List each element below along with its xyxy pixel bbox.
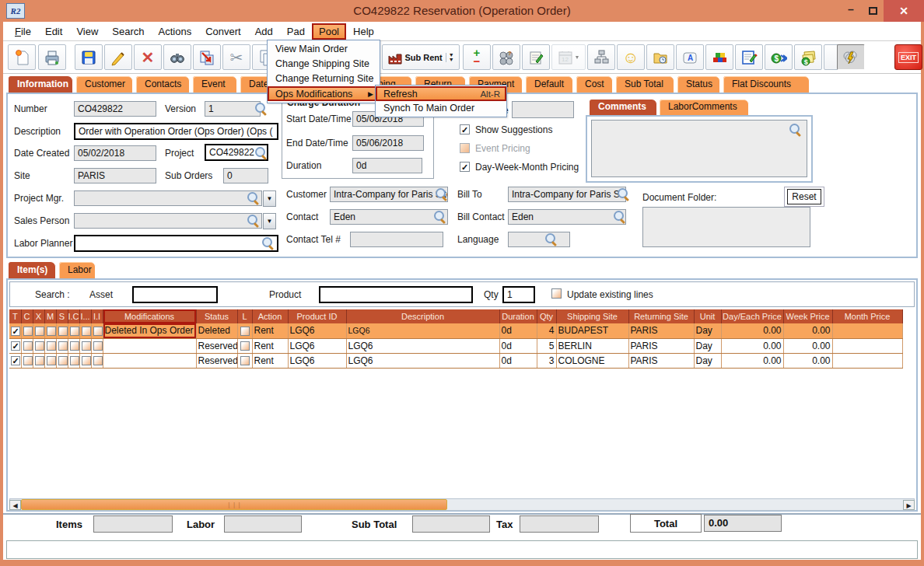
col-unit[interactable]: Unit [694,309,721,323]
col-c[interactable]: C [21,309,33,323]
quick-action-button[interactable] [837,44,865,70]
col-t[interactable]: T [9,309,21,323]
table-row[interactable]: ✓ Reserved Rent LGQ6 LGQ6 0d 5 BERLIN PA… [9,338,902,353]
menu-item-view-main-order[interactable]: View Main Order [268,42,380,57]
tab-cost[interactable]: Cost [576,75,613,93]
tab-information[interactable]: Information [8,75,73,93]
col-day-each-price[interactable]: Day/Each Price [721,309,783,323]
col-month-price[interactable]: Month Price [832,309,902,323]
menu-search[interactable]: Search [105,23,151,40]
menu-convert[interactable]: Convert [198,23,248,40]
asset-input[interactable] [132,286,218,303]
col-s[interactable]: S [56,309,68,323]
add-remove-button[interactable]: +− [463,44,491,70]
print-button[interactable] [38,44,66,70]
tab-contacts[interactable]: Contacts [135,75,190,93]
group-items-button[interactable]: ? [492,44,520,70]
scroll-right-arrow[interactable]: ▶ [903,500,915,510]
comments-search-icon[interactable] [789,123,802,136]
col-x[interactable]: X [33,309,44,323]
comments-textarea[interactable] [591,120,807,177]
menu-item-ops-modifications[interactable]: ▶Ops Modifications [268,86,380,101]
col-week-price[interactable]: Week Price [783,309,832,323]
sales-person-field[interactable] [74,213,262,229]
menu-help[interactable]: Help [346,23,381,40]
tab-comments[interactable]: Comments [589,99,657,115]
tab-sub-total[interactable]: Sub Total [615,75,674,93]
show-suggestions-checkbox[interactable]: ✓ [460,124,470,135]
menu-item-change-returning-site[interactable]: Change Returning Site [268,72,380,86]
menu-add[interactable]: Add [248,23,280,40]
menu-actions[interactable]: Actions [152,23,199,40]
project-mgr-field[interactable] [74,190,262,206]
billing-button[interactable]: $ [765,44,793,70]
project-search-icon[interactable] [254,146,268,159]
table-row[interactable]: ✓ Deleted In Ops Order Deleted Rent LGQ6… [9,323,902,338]
org-chart-button[interactable] [587,44,615,70]
sub-rent-spinner[interactable]: ▼▼ [446,53,454,62]
bill-to-search-icon[interactable] [617,187,630,201]
exit-button[interactable]: EXIT [894,44,922,70]
tab-items[interactable]: Item(s) [8,261,56,278]
col-product-id[interactable]: Product ID [288,309,346,323]
description-field[interactable]: Order with Operation Order (Ops Order) (… [74,123,278,140]
folder-history-button[interactable] [646,44,674,70]
col-action[interactable]: Action [252,309,288,323]
menu-pool[interactable]: Pool [312,23,346,40]
event-pricing-checkbox[interactable] [460,143,470,153]
customer-field[interactable]: Intra-Company for Paris Site [330,187,448,202]
tab-flat-discounts[interactable]: Flat Discounts [723,75,810,93]
bill-contact-field[interactable]: Eden [508,209,626,225]
invoice-button[interactable]: $ [794,44,822,70]
transfer-button[interactable] [193,44,221,70]
bill-contact-search-icon[interactable] [613,210,626,223]
col-modifications[interactable]: Modifications [103,309,196,323]
cut-button[interactable]: ✂ [222,44,250,70]
document-folder-box[interactable] [642,207,810,247]
site-field[interactable]: PARIS [74,168,156,183]
tab-default[interactable]: Default [525,75,573,93]
hidden-field[interactable] [512,101,574,118]
menu-view[interactable]: View [69,23,105,40]
sales-person-search-icon[interactable] [247,214,260,227]
close-button[interactable]: ✕ [884,0,924,22]
scroll-left-arrow[interactable]: ◀ [9,500,21,510]
col-description[interactable]: Description [346,309,499,323]
project-mgr-search-icon[interactable] [247,191,260,204]
col-ii[interactable]: I.I [91,309,103,323]
version-field[interactable]: 1 [205,101,261,117]
col-m[interactable]: M [44,309,56,323]
contact-search-icon[interactable] [433,210,446,223]
edit-button[interactable] [104,44,132,70]
sub-rent-button[interactable]: Sub Rent ▼▼ [382,44,460,70]
new-document-button[interactable] [8,44,36,70]
number-field[interactable]: CO429822 [74,101,156,117]
end-date-field[interactable]: 05/06/2018 [352,135,424,151]
menu-pad[interactable]: Pad [280,23,312,40]
table-row[interactable]: ✓ Reserved Rent LGQ6 LGQ6 0d 3 COLOGNE P… [9,353,902,368]
horizontal-scrollbar[interactable]: ◀ ▶ [9,498,915,511]
version-search-icon[interactable] [254,102,268,115]
tab-labor-comments[interactable]: LaborComments [659,99,749,115]
product-input[interactable] [319,286,473,303]
menu-item-change-shipping-site[interactable]: Change Shipping Site [268,57,380,72]
edit-notes-button[interactable] [735,44,763,70]
delete-button[interactable]: ✕ [134,44,162,70]
notes-button[interactable] [522,44,550,70]
tab-customer[interactable]: Customer [75,75,133,93]
shortcut-key-button[interactable]: A [676,44,704,70]
col-idots[interactable]: I... [79,309,91,323]
calendar-button[interactable]: 12▼ [551,44,586,70]
col-shipping-site[interactable]: Shipping Site [556,309,628,323]
contact-field[interactable]: Eden [330,209,448,225]
reset-button[interactable]: Reset [787,189,821,204]
sub-orders-field[interactable]: 0 [223,168,268,183]
col-duration[interactable]: Duration [499,309,537,323]
contact-tel-field[interactable] [350,232,443,247]
labor-planner-field[interactable] [74,235,278,252]
find-button[interactable] [163,44,191,70]
menu-edit[interactable]: Edit [38,23,69,40]
tab-event[interactable]: Event [192,75,237,93]
menu-item-refresh[interactable]: Alt-RRefresh [376,86,506,101]
maximize-button[interactable] [862,0,884,22]
